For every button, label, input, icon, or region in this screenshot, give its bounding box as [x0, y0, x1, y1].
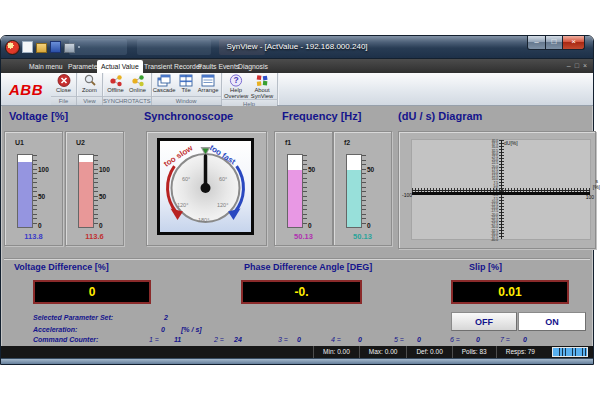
close-button[interactable]: × — [562, 36, 585, 50]
ribbon-group-help: ? Help Overview About SynView Help — [222, 73, 278, 105]
gauge-tick-label: 0 — [38, 222, 42, 229]
command-counter-index: 3 = — [278, 336, 288, 343]
command-counter-index: 1 = — [149, 336, 159, 343]
gauge-u2: U2 100 50 0 113.6 — [65, 131, 124, 246]
synchronoscope-dial: 60° 60° 120° 120° 180° too slow too fast — [157, 138, 254, 235]
close-ribbon-button[interactable]: Close — [53, 74, 74, 93]
tab-actual-value[interactable]: Actual Value — [97, 60, 143, 73]
status-bar: Min: 0.00 Max: 0.00 Def: 0.00 Polls: 83 … — [1, 346, 593, 358]
ribbon-group-label: File — [51, 96, 76, 105]
acceleration-value: 0 — [161, 326, 165, 333]
dial-label-120-right: 120° — [217, 202, 228, 208]
ribbon-group-label: View — [77, 96, 102, 105]
cascade-ribbon-button[interactable]: Cascade — [154, 74, 175, 93]
mdi-restore-button[interactable]: □ — [575, 61, 579, 71]
command-counter-value: 24 — [234, 336, 242, 343]
arrange-ribbon-button[interactable]: Arrange — [198, 74, 219, 93]
tab-parameter[interactable]: Parameter — [68, 61, 100, 73]
diagram-data-trace — [412, 192, 590, 195]
phase-difference-title: Phase Difference Angle [DEG] — [244, 262, 372, 272]
command-counter-value: 0 — [417, 336, 421, 343]
status-max: Max: 0.00 — [359, 346, 407, 358]
diagram-x-axis-unit: [%] — [593, 184, 600, 190]
new-file-icon[interactable] — [22, 41, 33, 53]
gauge-tick-marks — [303, 155, 307, 227]
command-counter-index: 6 = — [450, 336, 460, 343]
gauge-tick-marks — [362, 155, 366, 227]
gauge-tick-label: 50 — [308, 166, 315, 173]
gauge-bar-track — [346, 154, 362, 228]
window-bottom-edge — [1, 358, 593, 364]
gauge-bar-track — [287, 154, 303, 228]
gauge-tick-label: 0 — [367, 222, 371, 229]
gauge-tick-label: 100 — [38, 166, 49, 173]
gauge-value: 113.6 — [66, 232, 123, 241]
offline-ribbon-button[interactable]: Offline — [105, 74, 126, 93]
command-counters: 1 =112 =243 =04 =05 =06 =07 =0 — [1, 336, 593, 346]
tab-diagnosis[interactable]: Diagnosis — [238, 61, 268, 73]
dial-label-120-left: 120° — [177, 202, 188, 208]
about-colored-squares-icon — [255, 74, 269, 87]
gauge-label: f1 — [285, 139, 291, 146]
status-polls: Polls: 83 — [452, 346, 496, 358]
gauge-label: f2 — [344, 139, 350, 146]
gauge-value: 50.13 — [275, 232, 332, 241]
frequency-section-title: Frequency [Hz] — [282, 110, 361, 122]
command-counter-index: 5 = — [394, 336, 404, 343]
command-counter-value: 0 — [358, 336, 362, 343]
dial-label-180: 180° — [198, 217, 209, 223]
maximize-button[interactable]: □ — [546, 36, 562, 50]
about-synview-ribbon-button[interactable]: About SynView — [250, 74, 275, 99]
command-counter-value: 0 — [523, 336, 527, 343]
voltage-difference-title: Voltage Difference [%] — [14, 262, 109, 272]
ribbon-group-view: Zoom View — [77, 73, 103, 105]
command-counter-index: 7 = — [500, 336, 510, 343]
command-counter-value: 0 — [476, 336, 480, 343]
ribbon-group-label: SYNCHROTACTS — [103, 96, 151, 105]
comm-activity-indicator — [552, 347, 588, 357]
window-controls: – □ × — [527, 36, 585, 50]
help-overview-ribbon-button[interactable]: ? Help Overview — [224, 74, 249, 99]
du-s-plot: 40.037.535.032.530.027.525.022.520.017.5… — [411, 139, 591, 240]
tile-ribbon-button[interactable]: Tile — [176, 74, 197, 93]
magnifier-icon — [83, 74, 97, 87]
cascade-windows-icon — [157, 74, 171, 87]
gauge-bar-track — [17, 154, 33, 228]
mdi-close-button[interactable]: × — [583, 61, 587, 71]
close-red-icon — [57, 74, 71, 87]
tab-main-menu[interactable]: Main menu — [29, 61, 63, 73]
status-def: Def: 0.00 — [406, 346, 451, 358]
gauge-bar-fill — [79, 162, 93, 227]
open-folder-icon[interactable] — [36, 43, 47, 53]
zoom-ribbon-button[interactable]: Zoom — [79, 74, 100, 93]
minimize-button[interactable]: – — [527, 36, 546, 50]
abb-logo: ABB — [1, 73, 51, 105]
tab-transient-recorder[interactable]: Transient Recorder — [144, 61, 202, 73]
mdi-minimize-button[interactable]: – — [567, 61, 571, 71]
app-icon[interactable] — [5, 40, 20, 55]
gauge-tick-label: 0 — [99, 222, 103, 229]
gauge-tick-label: 50 — [38, 193, 45, 200]
titlebar[interactable]: SynView - [ActValue - 192.168.000.240] –… — [1, 36, 593, 59]
param-set-value: 2 — [164, 314, 168, 321]
window-title: SynView - [ActValue - 192.168.000.240] — [61, 36, 533, 58]
help-question-icon: ? — [229, 74, 243, 87]
off-button[interactable]: OFF — [451, 312, 517, 331]
tile-windows-icon — [179, 74, 193, 87]
diagram-x-axis — [412, 190, 590, 191]
voltage-difference-display: 0 — [33, 280, 151, 304]
gauge-tick-label: 100 — [99, 166, 110, 173]
diagram-section-title: (dU / s) Diagram — [398, 110, 482, 122]
save-icon[interactable] — [50, 41, 61, 53]
online-icon — [131, 74, 145, 87]
tab-faults-events[interactable]: Faults Events — [198, 61, 239, 73]
on-button[interactable]: ON — [518, 312, 586, 331]
diagram-y-tick-label: -40.0 — [491, 239, 498, 242]
gauge-tick-label: 50 — [99, 193, 106, 200]
gauge-label: U1 — [15, 139, 24, 146]
gauge-tick-label: 0 — [308, 222, 312, 229]
gauge-bar-track — [78, 154, 94, 228]
gauge-tick-marks — [33, 155, 37, 227]
ribbon-group-label: Window — [152, 96, 221, 105]
online-ribbon-button[interactable]: Online — [127, 74, 148, 93]
